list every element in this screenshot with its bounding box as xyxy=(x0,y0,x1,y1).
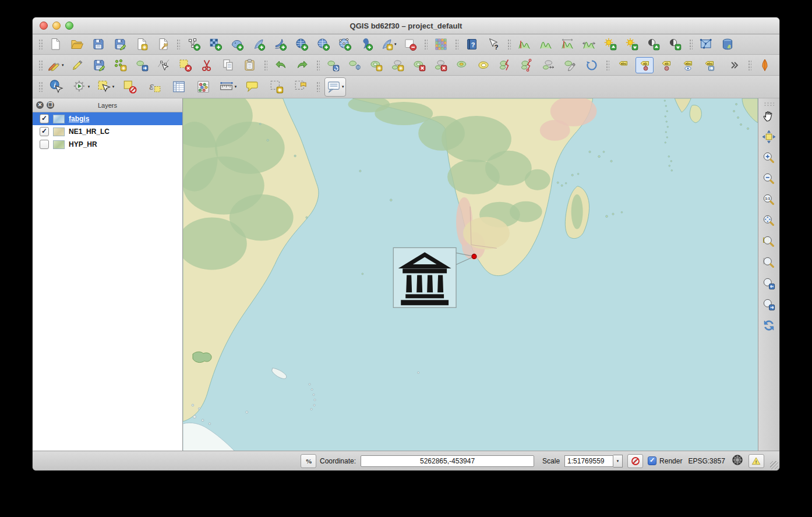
zoom-to-layer-button[interactable] xyxy=(760,254,778,271)
resize-grip[interactable] xyxy=(770,461,778,469)
new-shapefile-layer-button[interactable]: ▾ xyxy=(379,36,398,52)
delete-part-button[interactable] xyxy=(432,57,450,73)
statistical-summary-button[interactable] xyxy=(193,77,214,97)
add-mssql-layer-button[interactable] xyxy=(271,36,289,52)
show-hide-labels-button[interactable]: abc xyxy=(679,57,697,73)
open-project-button[interactable] xyxy=(68,36,86,52)
offset-curve-button[interactable] xyxy=(475,57,493,73)
render-checkbox[interactable] xyxy=(648,456,656,465)
add-wms-layer-button[interactable] xyxy=(292,36,310,52)
delete-selected-button[interactable] xyxy=(176,57,195,73)
layer-visibility-checkbox[interactable] xyxy=(40,127,49,136)
split-parts-button[interactable] xyxy=(518,57,536,73)
add-wfs-layer-button[interactable] xyxy=(336,36,354,52)
save-project-button[interactable] xyxy=(89,36,107,52)
zoom-actual-size-button[interactable]: 1:1 xyxy=(760,191,778,208)
increase-contrast-button[interactable] xyxy=(645,36,663,52)
add-feature-button[interactable] xyxy=(112,57,130,73)
measure-button[interactable]: ▾ xyxy=(217,77,238,97)
split-features-button[interactable] xyxy=(497,57,515,73)
map-tips-button[interactable] xyxy=(242,77,263,97)
pan-to-selection-button[interactable] xyxy=(760,128,778,146)
remove-layer-button[interactable] xyxy=(401,36,419,52)
attribute-table-button[interactable] xyxy=(168,77,189,97)
topology-checker-button[interactable] xyxy=(697,36,715,52)
zoom-next-button[interactable] xyxy=(760,296,778,313)
title-bar[interactable]: QGIS bd62f30 – project_default xyxy=(33,17,779,34)
add-delimited-text-layer-button[interactable] xyxy=(357,36,375,52)
cut-features-button[interactable] xyxy=(198,57,216,73)
current-edits-button[interactable]: ▾ xyxy=(46,57,65,73)
layer-visibility-checkbox[interactable] xyxy=(40,114,49,123)
zoom-last-button[interactable] xyxy=(760,275,778,292)
scale-dropdown-arrow-icon[interactable]: ▼ xyxy=(613,455,623,468)
show-bookmarks-button[interactable] xyxy=(291,77,312,97)
scale-combobox[interactable]: 1:51769559 ▼ xyxy=(564,455,623,468)
increase-brightness-button[interactable] xyxy=(602,36,620,52)
rotate-point-symbols-button[interactable] xyxy=(583,57,601,73)
add-ring-button[interactable] xyxy=(368,57,386,73)
select-features-button[interactable]: ▾ xyxy=(95,77,116,97)
node-tool-button[interactable] xyxy=(155,57,173,73)
map-canvas[interactable] xyxy=(183,98,758,451)
rotate-feature-button[interactable] xyxy=(324,57,343,73)
toolbar-overflow-button[interactable] xyxy=(725,57,743,73)
select-by-expression-button[interactable]: ε xyxy=(144,77,165,97)
identify-features-button[interactable]: i xyxy=(46,77,67,97)
add-wcs-layer-button[interactable] xyxy=(314,36,332,52)
layer-item-hyp-hr[interactable]: HYP_HR xyxy=(33,138,182,151)
layer-item-ne1-hr-lc[interactable]: NE1_HR_LC xyxy=(33,125,182,138)
building-annotation-marker[interactable] xyxy=(393,247,476,307)
layer-visibility-checkbox[interactable] xyxy=(40,140,49,149)
text-annotation-button[interactable]: ▾ xyxy=(324,77,346,97)
decrease-contrast-button[interactable] xyxy=(666,36,684,52)
zoom-full-button[interactable] xyxy=(760,212,778,229)
toolbar-overflow-button[interactable] xyxy=(778,57,779,73)
undo-button[interactable] xyxy=(272,57,290,73)
move-feature-button[interactable] xyxy=(133,57,151,73)
add-part-button[interactable] xyxy=(389,57,407,73)
local-cumulative-stretch-button[interactable] xyxy=(559,36,577,52)
manage-plugins-button[interactable] xyxy=(432,36,450,52)
add-spatialite-layer-button[interactable] xyxy=(249,36,267,52)
local-histogram-stretch-button[interactable] xyxy=(516,36,534,52)
save-project-as-button[interactable] xyxy=(111,36,129,52)
fill-ring-button[interactable] xyxy=(454,57,472,73)
coordinate-display-toggle-button[interactable]: % xyxy=(301,454,316,468)
toggle-editing-button[interactable] xyxy=(69,57,87,73)
north-arrow-button[interactable] xyxy=(756,57,774,73)
log-messages-button[interactable]: ! xyxy=(749,454,764,468)
scale-value[interactable]: 1:51769559 xyxy=(564,455,613,467)
toolbar-handle[interactable] xyxy=(38,60,43,70)
labeling-options-button[interactable]: abc xyxy=(614,57,632,73)
feature-action-button[interactable]: ▾ xyxy=(70,77,91,97)
zoom-in-button[interactable] xyxy=(760,149,778,167)
coordinate-input[interactable] xyxy=(361,455,534,467)
zoom-out-button[interactable] xyxy=(760,170,778,187)
merge-attributes-button[interactable] xyxy=(562,57,580,73)
layer-item-fabgis[interactable]: fabgis xyxy=(33,112,182,125)
crs-status-button[interactable] xyxy=(731,454,744,468)
delete-ring-button[interactable] xyxy=(411,57,429,73)
copy-features-button[interactable] xyxy=(220,57,238,73)
whats-this-button[interactable]: ? xyxy=(485,36,503,52)
refresh-map-button[interactable] xyxy=(760,317,778,334)
toolbar-handle[interactable] xyxy=(38,39,43,49)
new-project-button[interactable] xyxy=(46,36,64,52)
move-label-button[interactable]: abc xyxy=(700,57,718,73)
zoom-to-selection-button[interactable] xyxy=(760,233,778,250)
add-postgis-layer-button[interactable] xyxy=(228,36,246,52)
paste-features-button[interactable] xyxy=(241,57,259,73)
composer-manager-button[interactable] xyxy=(154,36,172,52)
redo-button[interactable] xyxy=(294,57,312,73)
new-print-composer-button[interactable] xyxy=(132,36,150,52)
merge-features-button[interactable] xyxy=(540,57,558,73)
highlight-pinned-labels-button[interactable]: ab xyxy=(657,57,675,73)
simplify-feature-button[interactable] xyxy=(346,57,364,73)
grass-tools-button[interactable]: a xyxy=(719,36,737,52)
add-raster-layer-button[interactable] xyxy=(206,36,224,52)
decrease-brightness-button[interactable] xyxy=(623,36,641,52)
new-bookmark-button[interactable] xyxy=(266,77,287,97)
toolbar-handle[interactable] xyxy=(38,82,43,92)
pan-map-button[interactable] xyxy=(760,107,778,125)
